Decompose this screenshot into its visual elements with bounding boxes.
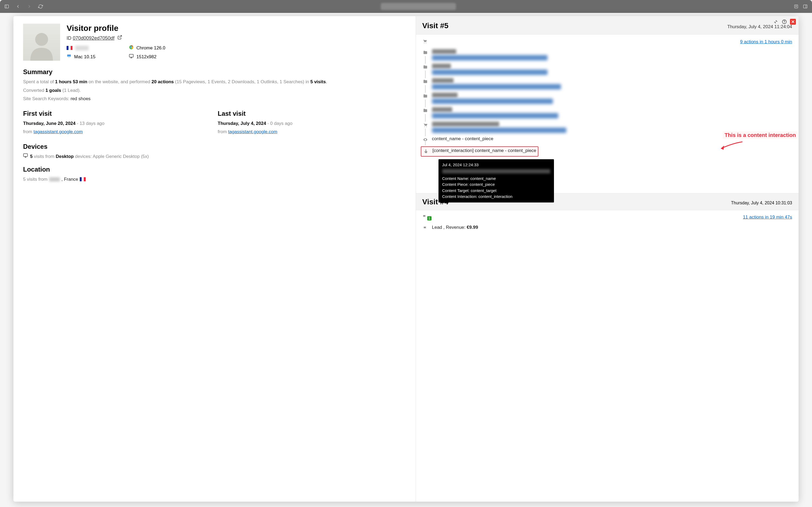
forward-icon	[27, 4, 32, 9]
browser-toolbar	[0, 0, 812, 13]
sidebar-toggle-icon[interactable]	[4, 4, 9, 9]
share-icon[interactable]	[794, 4, 799, 9]
svg-rect-0	[5, 5, 9, 8]
url-bar[interactable]	[49, 3, 787, 10]
reload-icon[interactable]	[38, 4, 43, 9]
tabs-icon[interactable]	[803, 4, 808, 9]
svg-rect-5	[803, 5, 807, 8]
back-icon[interactable]	[15, 4, 20, 9]
